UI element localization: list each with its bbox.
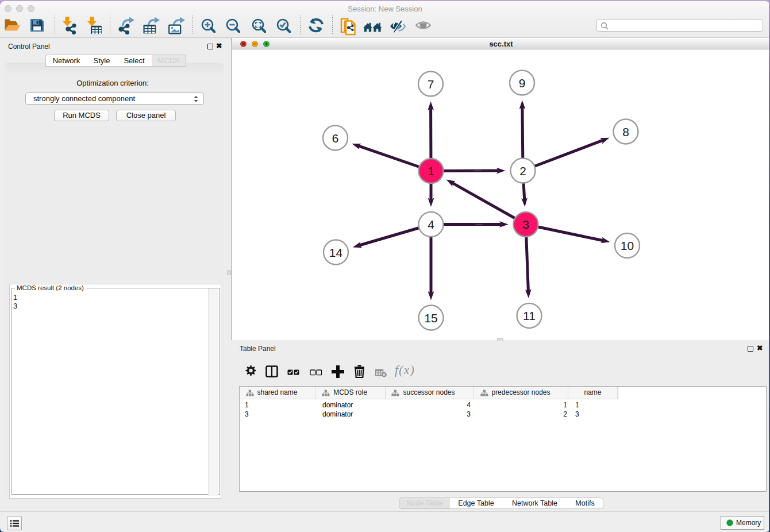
svg-text:6: 6 — [332, 132, 339, 145]
svg-text:9: 9 — [519, 76, 526, 90]
svg-text:11: 11 — [523, 309, 536, 322]
svg-text:4: 4 — [428, 218, 434, 231]
svg-text:14: 14 — [329, 246, 343, 259]
svg-text:8: 8 — [622, 125, 629, 138]
svg-text:15: 15 — [424, 311, 437, 325]
svg-text:10: 10 — [621, 239, 634, 252]
svg-text:1: 1 — [428, 164, 434, 178]
svg-text:3: 3 — [522, 218, 529, 231]
svg-text:7: 7 — [428, 78, 434, 91]
svg-text:2: 2 — [519, 164, 526, 178]
